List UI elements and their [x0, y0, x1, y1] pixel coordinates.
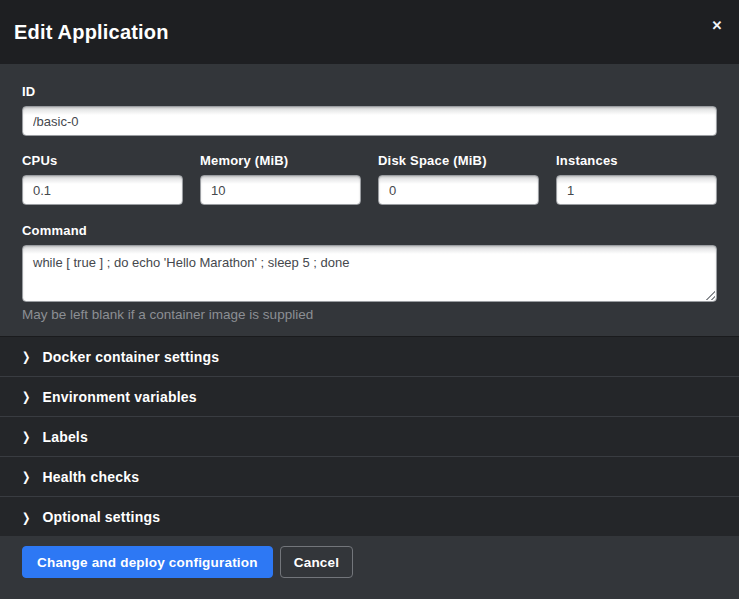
section-label: Docker container settings: [42, 349, 219, 365]
chevron-right-icon: ❯: [22, 391, 30, 404]
memory-label: Memory (MiB): [200, 153, 361, 168]
collapsible-sections: ❯ Docker container settings ❯ Environmen…: [0, 336, 739, 536]
memory-input[interactable]: [200, 175, 361, 205]
instances-input[interactable]: [556, 175, 717, 205]
chevron-right-icon: ❯: [22, 431, 30, 444]
section-docker-container-settings[interactable]: ❯ Docker container settings: [0, 337, 739, 377]
cpus-label: CPUs: [22, 153, 183, 168]
instances-label: Instances: [556, 153, 717, 168]
cpus-field-group: CPUs: [22, 153, 183, 205]
instances-field-group: Instances: [556, 153, 717, 205]
form-area: ID CPUs Memory (MiB) Disk Space (MiB) In…: [0, 64, 739, 336]
command-textarea-wrap: while [ true ] ; do echo 'Hello Marathon…: [22, 245, 717, 302]
section-label: Health checks: [42, 469, 139, 485]
modal-footer: Change and deploy configuration Cancel: [0, 536, 739, 599]
section-label: Environment variables: [42, 389, 196, 405]
chevron-right-icon: ❯: [22, 511, 30, 524]
resources-row: CPUs Memory (MiB) Disk Space (MiB) Insta…: [22, 153, 717, 205]
section-optional-settings[interactable]: ❯ Optional settings: [0, 497, 739, 537]
close-icon: ✕: [712, 18, 723, 33]
edit-application-modal: Edit Application ✕ ID CPUs Memory (MiB) …: [0, 0, 739, 599]
disk-space-field-group: Disk Space (MiB): [378, 153, 539, 205]
modal-title: Edit Application: [14, 21, 169, 44]
change-and-deploy-button[interactable]: Change and deploy configuration: [22, 546, 273, 578]
chevron-right-icon: ❯: [22, 471, 30, 484]
command-label: Command: [22, 223, 717, 238]
command-help-text: May be left blank if a container image i…: [22, 307, 717, 322]
section-environment-variables[interactable]: ❯ Environment variables: [0, 377, 739, 417]
cancel-button[interactable]: Cancel: [280, 546, 353, 578]
disk-space-label: Disk Space (MiB): [378, 153, 539, 168]
command-textarea[interactable]: while [ true ] ; do echo 'Hello Marathon…: [22, 245, 717, 302]
modal-header: Edit Application ✕: [0, 0, 739, 64]
id-field-group: ID: [22, 84, 717, 136]
section-labels[interactable]: ❯ Labels: [0, 417, 739, 457]
section-label: Labels: [42, 429, 88, 445]
memory-field-group: Memory (MiB): [200, 153, 361, 205]
disk-space-input[interactable]: [378, 175, 539, 205]
command-field-group: Command while [ true ] ; do echo 'Hello …: [22, 223, 717, 322]
cpus-input[interactable]: [22, 175, 183, 205]
chevron-right-icon: ❯: [22, 351, 30, 364]
section-label: Optional settings: [42, 509, 160, 525]
section-health-checks[interactable]: ❯ Health checks: [0, 457, 739, 497]
close-button[interactable]: ✕: [706, 14, 728, 36]
id-label: ID: [22, 84, 717, 99]
id-input[interactable]: [22, 106, 717, 136]
